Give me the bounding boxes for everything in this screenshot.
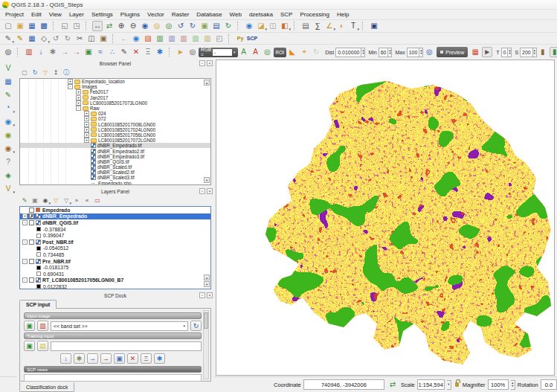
refresh-band-set-icon[interactable]: ↻ xyxy=(190,321,202,331)
toggle-editing-icon[interactable]: ✎ xyxy=(15,33,25,44)
signature-settings-icon[interactable]: ✱ xyxy=(154,353,165,364)
signature-tools-icon[interactable]: ✕ xyxy=(127,353,138,364)
open-training-input-icon[interactable]: ▣ xyxy=(24,341,35,351)
browser-item-072[interactable]: +072 xyxy=(20,116,210,121)
expander-icon[interactable]: - xyxy=(68,84,73,89)
t-input[interactable]: 0 xyxy=(501,48,509,57)
collapse-all-layers-icon[interactable]: « xyxy=(83,196,91,205)
stretch-zoom-icon[interactable]: ◎ xyxy=(187,47,198,57)
deselect-features-icon[interactable]: ◫ xyxy=(268,21,278,31)
python-plugin-icon[interactable]: Py xyxy=(235,33,245,44)
training-input-field[interactable] xyxy=(51,341,202,351)
scp-tools-icon[interactable]: ✕ xyxy=(131,47,141,57)
expander-icon[interactable]: + xyxy=(84,127,89,132)
new-shapefile-layer-icon[interactable]: ✎ xyxy=(2,89,14,100)
browser-item-lc80010852017024lgn00[interactable]: +LC80010852017024LGN00 xyxy=(20,127,210,132)
menu-scp[interactable]: SCP xyxy=(277,10,296,19)
map-canvas[interactable] xyxy=(216,60,555,376)
download-products-icon[interactable]: ↓ xyxy=(36,47,46,57)
scp-input-tab[interactable]: SCP input xyxy=(19,300,57,309)
georeferencer-icon[interactable]: ▥ xyxy=(190,33,201,44)
add-selected-layers-icon[interactable]: ▢ xyxy=(20,68,29,77)
classification-style-icon[interactable]: ▮ xyxy=(550,47,557,57)
zoom-next-icon[interactable]: ↻ xyxy=(187,21,198,31)
rgb-combo-dropdown-icon[interactable]: ▾ xyxy=(234,50,236,54)
select-by-expression-dropdown-icon[interactable]: ▾ xyxy=(289,27,291,31)
layer-visibility-checkbox[interactable] xyxy=(29,277,34,283)
add-raster-layer-icon[interactable]: ▦ xyxy=(2,76,14,87)
filter-browser-icon[interactable]: ▽ xyxy=(41,68,50,77)
openlayers-plugin-icon[interactable]: ▨ xyxy=(143,33,153,44)
scp-edit-raster-icon[interactable]: Ξ xyxy=(143,47,153,57)
open-input-image-icon[interactable]: ▣ xyxy=(24,321,35,331)
browser-item-lc80010852017008lgn00[interactable]: +LC80010852017008LGN00 xyxy=(20,122,210,127)
min-input[interactable]: 60 xyxy=(379,48,389,57)
browser-item-lc80010852017056lgn00[interactable]: +LC80010852017056LGN00 xyxy=(20,132,210,138)
layer-visibility-checkbox[interactable] xyxy=(29,240,34,245)
table-export-icon[interactable]: ▥ xyxy=(178,33,189,44)
zoom-to-layer-icon[interactable]: ◎ xyxy=(164,21,174,31)
expander-icon[interactable]: + xyxy=(76,95,81,100)
menu-vector[interactable]: Vector xyxy=(144,10,168,19)
db-manager-icon[interactable]: ▥ xyxy=(155,33,165,44)
browser-item-lc80010852017072lgn00[interactable]: +LC80010852017072LGN00 xyxy=(20,138,210,143)
browser-item-jan2017[interactable]: +Jan2017 xyxy=(20,95,210,100)
zoom-to-selection-icon[interactable]: ◎ xyxy=(152,21,162,31)
roi-polygon-icon[interactable]: ◣ xyxy=(287,47,297,57)
roi-redo-icon[interactable]: ↻ xyxy=(311,47,321,57)
menu-web[interactable]: Web xyxy=(226,10,245,19)
map-tips-icon[interactable]: ◗ xyxy=(336,21,347,31)
band-calc-icon[interactable]: ▣ xyxy=(83,47,94,57)
s-input[interactable]: 200 xyxy=(520,48,533,57)
scp-dock-scrollbar[interactable] xyxy=(203,310,209,379)
layer-item-dnbr-qgis-tif[interactable]: -dNBR_QGIS.tif xyxy=(20,219,210,226)
magnifier-spinner[interactable]: ▲▼ xyxy=(511,380,515,390)
filter-expression-dropdown-icon[interactable]: ▾ xyxy=(69,201,71,205)
python-console-icon[interactable]: ▣ xyxy=(369,21,379,31)
rgb-composite-icon[interactable]: ▦ xyxy=(470,47,480,57)
select-by-expression-icon[interactable]: ◧▾ xyxy=(280,21,290,31)
download-signatures-icon[interactable]: ↓ xyxy=(60,353,71,364)
roi-add-icon[interactable]: + xyxy=(299,47,309,57)
menu-raster[interactable]: Raster xyxy=(168,10,193,19)
new-bookmark-icon[interactable]: ▤ xyxy=(211,21,222,31)
layers-scroll[interactable]: ▲▼ xyxy=(204,274,210,288)
spectral-plot-icon[interactable]: ≈ xyxy=(95,47,106,57)
text-annotation-icon[interactable]: T▾ xyxy=(348,21,358,31)
attributes-table-icon[interactable]: ▤ xyxy=(300,21,311,31)
expand-all-icon[interactable]: » xyxy=(72,196,81,205)
add-to-signatures-icon[interactable]: → xyxy=(87,353,98,364)
zoom-last-icon[interactable]: ↺ xyxy=(176,21,186,31)
save-project-icon[interactable]: ▦ xyxy=(27,21,37,31)
rgb-combo[interactable]: RGB = - ▾ xyxy=(199,48,238,57)
expander-icon[interactable]: + xyxy=(68,79,73,84)
add-wfs-layer-dropdown-icon[interactable]: ▾ xyxy=(13,190,15,194)
add-vector-layer-icon[interactable]: V xyxy=(2,62,14,74)
filter-legend-icon[interactable]: ▽ xyxy=(51,196,60,205)
add-group-icon[interactable]: ▣ xyxy=(30,196,39,205)
menu-processing[interactable]: Processing xyxy=(296,10,333,19)
browser-item-024[interactable]: +024 xyxy=(20,111,210,116)
signature-merge-icon[interactable]: Ξ xyxy=(141,353,152,364)
undock-scp-button[interactable]: ▫ xyxy=(199,292,205,298)
web-plugin-icon[interactable]: ◉ xyxy=(131,33,141,44)
undock-layers-button[interactable]: ▫ xyxy=(199,188,205,194)
layer-item-pre-nbr-tif[interactable]: -Pre_NBR.tif xyxy=(20,258,210,265)
expander-icon[interactable]: + xyxy=(84,111,89,116)
menu-database[interactable]: Database xyxy=(193,10,225,19)
identify-features-icon[interactable]: ◉ xyxy=(244,21,254,31)
new-print-composer-icon[interactable]: ◱ xyxy=(59,21,70,31)
layer-visibility-checkbox[interactable]: ✗ xyxy=(29,213,34,219)
refresh-browser-icon[interactable]: ↻ xyxy=(30,68,39,77)
browser-item-lc80010852017073lgn00[interactable]: +LC80010852017073LGN00 xyxy=(20,100,210,106)
browser-item-dnbr-empedrado-tif[interactable]: dNBR_Empedrado.tif xyxy=(20,143,210,148)
coordinate-input[interactable]: 740946, -3942006 xyxy=(303,379,384,390)
browser-item-feb2017[interactable]: +Feb2017 xyxy=(20,89,210,94)
layer-visibility-checkbox[interactable] xyxy=(29,220,34,225)
scale-combo[interactable]: 1:154,594 xyxy=(417,379,445,390)
current-edits-icon[interactable]: ✎▾ xyxy=(3,33,13,44)
extents-toggle-icon[interactable]: ⇄ xyxy=(387,379,398,390)
offline-editing-icon[interactable]: ← xyxy=(119,33,129,44)
measure-dropdown-icon[interactable]: ▾ xyxy=(333,27,335,31)
layer-item-dnbr-empedrado[interactable]: +✗dNBR_Empedrado xyxy=(20,213,210,220)
